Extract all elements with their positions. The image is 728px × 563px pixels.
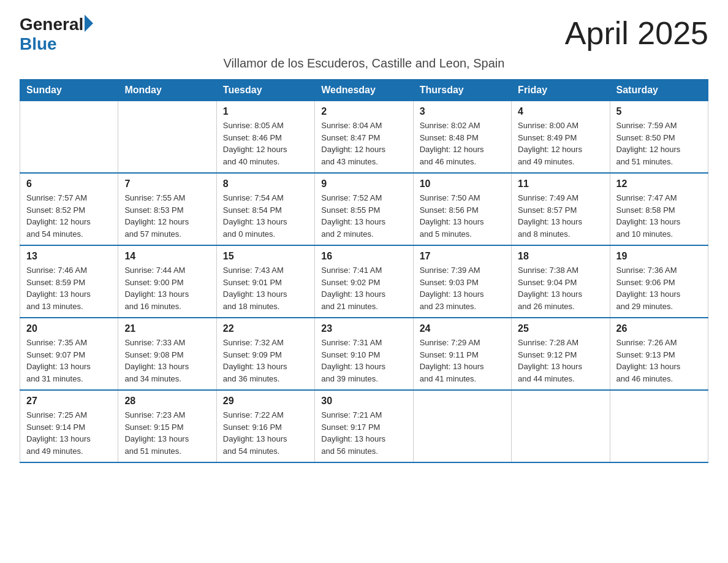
day-info: Sunrise: 7:46 AM Sunset: 8:59 PM Dayligh… (26, 264, 112, 312)
day-number: 2 (321, 106, 406, 117)
day-info: Sunrise: 8:00 AM Sunset: 8:49 PM Dayligh… (518, 120, 603, 167)
day-number: 21 (124, 323, 210, 334)
day-info: Sunrise: 7:59 AM Sunset: 8:50 PM Dayligh… (616, 120, 702, 167)
day-number: 18 (518, 251, 603, 262)
calendar-cell: 20Sunrise: 7:35 AM Sunset: 9:07 PM Dayli… (20, 318, 118, 390)
weekday-header-friday: Friday (512, 80, 610, 101)
day-number: 23 (321, 323, 406, 334)
calendar-cell: 7Sunrise: 7:55 AM Sunset: 8:53 PM Daylig… (118, 173, 216, 245)
day-info: Sunrise: 7:28 AM Sunset: 9:12 PM Dayligh… (518, 337, 603, 385)
calendar-cell: 4Sunrise: 8:00 AM Sunset: 8:49 PM Daylig… (512, 101, 610, 174)
day-info: Sunrise: 7:38 AM Sunset: 9:04 PM Dayligh… (518, 264, 603, 312)
day-info: Sunrise: 8:04 AM Sunset: 8:47 PM Dayligh… (321, 120, 406, 167)
calendar-cell (413, 390, 511, 462)
day-number: 22 (223, 323, 308, 334)
calendar-cell: 3Sunrise: 8:02 AM Sunset: 8:48 PM Daylig… (413, 101, 511, 174)
calendar-cell: 23Sunrise: 7:31 AM Sunset: 9:10 PM Dayli… (315, 318, 413, 390)
logo: General Blue (20, 15, 93, 54)
calendar-cell (512, 390, 610, 462)
day-info: Sunrise: 7:25 AM Sunset: 9:14 PM Dayligh… (26, 409, 112, 457)
calendar-table: SundayMondayTuesdayWednesdayThursdayFrid… (20, 79, 708, 463)
day-number: 26 (616, 323, 702, 334)
day-number: 9 (321, 178, 406, 190)
calendar-cell: 9Sunrise: 7:52 AM Sunset: 8:55 PM Daylig… (315, 173, 413, 245)
subtitle: Villamor de los Escuderos, Castille and … (20, 56, 708, 71)
day-number: 20 (26, 323, 112, 334)
weekday-header-saturday: Saturday (610, 80, 708, 101)
day-info: Sunrise: 7:31 AM Sunset: 9:10 PM Dayligh… (321, 337, 406, 385)
calendar-cell: 22Sunrise: 7:32 AM Sunset: 9:09 PM Dayli… (216, 318, 314, 390)
calendar-cell: 13Sunrise: 7:46 AM Sunset: 8:59 PM Dayli… (20, 245, 118, 318)
page-header: General Blue April 2025 (20, 15, 708, 54)
day-info: Sunrise: 7:23 AM Sunset: 9:15 PM Dayligh… (124, 409, 210, 457)
calendar-cell: 14Sunrise: 7:44 AM Sunset: 9:00 PM Dayli… (118, 245, 216, 318)
day-info: Sunrise: 7:49 AM Sunset: 8:57 PM Dayligh… (518, 192, 603, 240)
day-info: Sunrise: 8:02 AM Sunset: 8:48 PM Dayligh… (420, 120, 505, 167)
calendar-cell (20, 101, 118, 174)
calendar-cell: 10Sunrise: 7:50 AM Sunset: 8:56 PM Dayli… (413, 173, 511, 245)
day-info: Sunrise: 7:36 AM Sunset: 9:06 PM Dayligh… (616, 264, 702, 312)
day-number: 14 (124, 251, 210, 262)
calendar-week-row: 27Sunrise: 7:25 AM Sunset: 9:14 PM Dayli… (20, 390, 708, 462)
calendar-cell: 18Sunrise: 7:38 AM Sunset: 9:04 PM Dayli… (512, 245, 610, 318)
calendar-cell: 24Sunrise: 7:29 AM Sunset: 9:11 PM Dayli… (413, 318, 511, 390)
calendar-cell: 6Sunrise: 7:57 AM Sunset: 8:52 PM Daylig… (20, 173, 118, 245)
calendar-cell: 11Sunrise: 7:49 AM Sunset: 8:57 PM Dayli… (512, 173, 610, 245)
calendar-cell: 25Sunrise: 7:28 AM Sunset: 9:12 PM Dayli… (512, 318, 610, 390)
day-number: 12 (616, 178, 702, 190)
day-number: 24 (420, 323, 505, 334)
day-info: Sunrise: 7:55 AM Sunset: 8:53 PM Dayligh… (124, 192, 210, 240)
day-info: Sunrise: 7:22 AM Sunset: 9:16 PM Dayligh… (223, 409, 308, 457)
calendar-cell: 28Sunrise: 7:23 AM Sunset: 9:15 PM Dayli… (118, 390, 216, 462)
calendar-week-row: 6Sunrise: 7:57 AM Sunset: 8:52 PM Daylig… (20, 173, 708, 245)
day-info: Sunrise: 7:21 AM Sunset: 9:17 PM Dayligh… (321, 409, 406, 457)
weekday-header-sunday: Sunday (20, 80, 118, 101)
day-info: Sunrise: 7:32 AM Sunset: 9:09 PM Dayligh… (223, 337, 308, 385)
weekday-header-tuesday: Tuesday (216, 80, 314, 101)
day-number: 30 (321, 396, 406, 407)
calendar-week-row: 20Sunrise: 7:35 AM Sunset: 9:07 PM Dayli… (20, 318, 708, 390)
day-number: 3 (420, 106, 505, 117)
calendar-cell: 19Sunrise: 7:36 AM Sunset: 9:06 PM Dayli… (610, 245, 708, 318)
day-info: Sunrise: 7:52 AM Sunset: 8:55 PM Dayligh… (321, 192, 406, 240)
day-info: Sunrise: 7:41 AM Sunset: 9:02 PM Dayligh… (321, 264, 406, 312)
calendar-cell: 5Sunrise: 7:59 AM Sunset: 8:50 PM Daylig… (610, 101, 708, 174)
day-number: 8 (223, 178, 308, 190)
day-number: 29 (223, 396, 308, 407)
calendar-cell: 26Sunrise: 7:26 AM Sunset: 9:13 PM Dayli… (610, 318, 708, 390)
day-info: Sunrise: 7:50 AM Sunset: 8:56 PM Dayligh… (420, 192, 505, 240)
calendar-cell: 1Sunrise: 8:05 AM Sunset: 8:46 PM Daylig… (216, 101, 314, 174)
day-number: 28 (124, 396, 210, 407)
day-info: Sunrise: 7:47 AM Sunset: 8:58 PM Dayligh… (616, 192, 702, 240)
weekday-header-thursday: Thursday (413, 80, 511, 101)
calendar-cell: 21Sunrise: 7:33 AM Sunset: 9:08 PM Dayli… (118, 318, 216, 390)
calendar-cell: 8Sunrise: 7:54 AM Sunset: 8:54 PM Daylig… (216, 173, 314, 245)
day-number: 5 (616, 106, 702, 117)
day-number: 13 (26, 251, 112, 262)
day-info: Sunrise: 8:05 AM Sunset: 8:46 PM Dayligh… (223, 120, 308, 167)
day-number: 10 (420, 178, 505, 190)
day-info: Sunrise: 7:33 AM Sunset: 9:08 PM Dayligh… (124, 337, 210, 385)
day-info: Sunrise: 7:26 AM Sunset: 9:13 PM Dayligh… (616, 337, 702, 385)
day-number: 6 (26, 178, 112, 190)
calendar-cell (118, 101, 216, 174)
day-info: Sunrise: 7:44 AM Sunset: 9:00 PM Dayligh… (124, 264, 210, 312)
calendar-cell: 29Sunrise: 7:22 AM Sunset: 9:16 PM Dayli… (216, 390, 314, 462)
month-title: April 2025 (565, 15, 708, 52)
calendar-cell: 2Sunrise: 8:04 AM Sunset: 8:47 PM Daylig… (315, 101, 413, 174)
calendar-cell: 17Sunrise: 7:39 AM Sunset: 9:03 PM Dayli… (413, 245, 511, 318)
day-number: 16 (321, 251, 406, 262)
day-number: 7 (124, 178, 210, 190)
day-number: 25 (518, 323, 603, 334)
weekday-header-monday: Monday (118, 80, 216, 101)
day-number: 19 (616, 251, 702, 262)
calendar-cell (610, 390, 708, 462)
calendar-cell: 30Sunrise: 7:21 AM Sunset: 9:17 PM Dayli… (315, 390, 413, 462)
calendar-cell: 27Sunrise: 7:25 AM Sunset: 9:14 PM Dayli… (20, 390, 118, 462)
calendar-cell: 16Sunrise: 7:41 AM Sunset: 9:02 PM Dayli… (315, 245, 413, 318)
weekday-header-wednesday: Wednesday (315, 80, 413, 101)
day-number: 1 (223, 106, 308, 117)
calendar-week-row: 13Sunrise: 7:46 AM Sunset: 8:59 PM Dayli… (20, 245, 708, 318)
day-number: 17 (420, 251, 505, 262)
day-info: Sunrise: 7:29 AM Sunset: 9:11 PM Dayligh… (420, 337, 505, 385)
